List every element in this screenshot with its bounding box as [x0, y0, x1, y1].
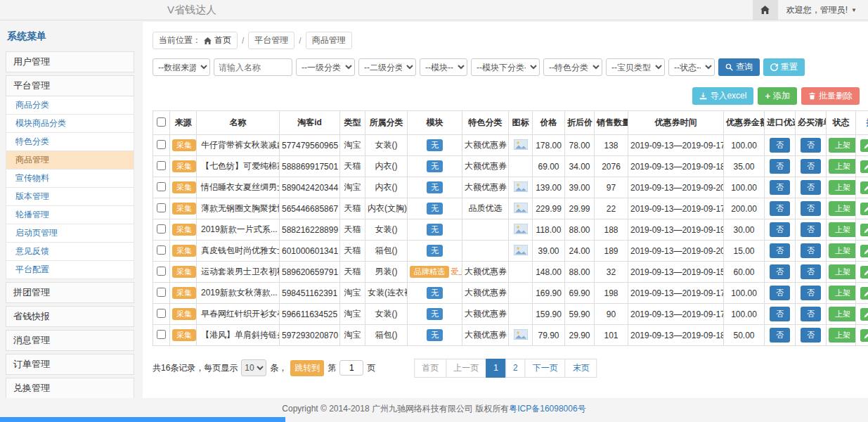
- add-button[interactable]: + 添加: [758, 87, 797, 105]
- sidebar-item-兑换管理[interactable]: 兑换管理: [6, 378, 134, 398]
- status-button[interactable]: 上架: [829, 307, 856, 321]
- home-button[interactable]: [753, 0, 778, 20]
- coupon-time: 2019-09-13—2019-09-20: [628, 241, 724, 262]
- sidebar-item-订单管理[interactable]: 订单管理: [6, 354, 134, 375]
- status-button[interactable]: 上架: [829, 180, 856, 195]
- select-all-checkbox[interactable]: [157, 117, 166, 127]
- must-buy-toggle[interactable]: 否: [801, 201, 821, 216]
- reset-button[interactable]: 重置: [763, 58, 805, 76]
- page-button-1[interactable]: 1: [486, 359, 506, 378]
- import-select-toggle[interactable]: 否: [770, 222, 790, 237]
- sidebar-item-启动页管理[interactable]: 启动页管理: [6, 224, 134, 243]
- edit-button[interactable]: [860, 224, 868, 236]
- row-checkbox[interactable]: [157, 267, 166, 276]
- import-select-toggle[interactable]: 否: [770, 307, 790, 321]
- breadcrumb-current[interactable]: 商品管理: [306, 32, 352, 49]
- must-buy-toggle[interactable]: 否: [801, 264, 821, 279]
- row-checkbox[interactable]: [157, 140, 166, 149]
- row-checkbox[interactable]: [157, 224, 166, 234]
- filter-select-0[interactable]: --数据来源--: [153, 58, 210, 76]
- edit-button[interactable]: [860, 266, 868, 279]
- breadcrumb-home[interactable]: 当前位置： 首页: [153, 32, 238, 49]
- jump-to-link[interactable]: 跳转到: [290, 360, 324, 376]
- sidebar-item-宣传物料[interactable]: 宣传物料: [6, 170, 134, 188]
- sidebar-item-省钱快报[interactable]: 省钱快报: [6, 306, 134, 327]
- import-select-toggle[interactable]: 否: [770, 264, 790, 279]
- edit-button[interactable]: [860, 181, 868, 194]
- page-button-首页[interactable]: 首页: [414, 359, 446, 378]
- sidebar-item-商品分类[interactable]: 商品分类: [6, 96, 134, 115]
- import-select-toggle[interactable]: 否: [770, 286, 790, 300]
- import-select-toggle[interactable]: 否: [770, 328, 790, 343]
- filter-select-8[interactable]: --状态--: [668, 58, 715, 76]
- must-buy-toggle[interactable]: 否: [801, 286, 821, 300]
- edit-button[interactable]: [860, 308, 868, 321]
- sidebar-item-平台管理[interactable]: 平台管理: [6, 75, 134, 96]
- horizontal-scrollbar-thumb[interactable]: [0, 417, 285, 422]
- import-select-toggle[interactable]: 否: [770, 138, 790, 153]
- row-checkbox[interactable]: [157, 245, 166, 255]
- filter-select-7[interactable]: --宝贝类型--: [606, 58, 665, 76]
- must-buy-toggle[interactable]: 否: [801, 243, 821, 258]
- sidebar-item-模块商品分类[interactable]: 模块商品分类: [6, 115, 134, 133]
- filter-select-6[interactable]: --特色分类--: [543, 58, 602, 76]
- filter-select-5[interactable]: --模块下分类--: [471, 58, 540, 76]
- status-button[interactable]: 上架: [829, 286, 856, 300]
- must-buy-toggle[interactable]: 否: [801, 138, 821, 153]
- must-buy-toggle[interactable]: 否: [801, 307, 821, 321]
- sidebar-item-意见反馈[interactable]: 意见反馈: [6, 243, 134, 261]
- per-page-select[interactable]: 10: [241, 359, 266, 376]
- row-checkbox[interactable]: [157, 182, 166, 191]
- row-checkbox[interactable]: [157, 309, 166, 318]
- pagination: 首页上一页12下一页末页: [415, 359, 597, 378]
- filter-select-4[interactable]: --模块--: [420, 58, 467, 76]
- row-checkbox[interactable]: [157, 288, 166, 297]
- breadcrumb-platform[interactable]: 平台管理: [248, 32, 294, 49]
- sidebar-item-特色分类[interactable]: 特色分类: [6, 133, 134, 151]
- sidebar-item-平台配置[interactable]: 平台配置: [6, 261, 134, 279]
- status-button[interactable]: 上架: [829, 222, 856, 237]
- edit-button[interactable]: [860, 139, 868, 152]
- edit-button[interactable]: [860, 329, 868, 342]
- user-menu[interactable]: 欢迎您，管理员! ▼: [778, 4, 868, 16]
- status-button[interactable]: 上架: [829, 201, 856, 216]
- import-select-toggle[interactable]: 否: [770, 180, 790, 195]
- filter-select-2[interactable]: --一级分类--: [296, 58, 355, 76]
- import-select-toggle[interactable]: 否: [770, 159, 790, 174]
- import-excel-button[interactable]: 导入excel: [692, 87, 753, 105]
- edit-button[interactable]: [860, 160, 868, 173]
- page-button-末页[interactable]: 末页: [565, 359, 597, 378]
- page-button-上一页[interactable]: 上一页: [446, 359, 486, 378]
- must-buy-toggle[interactable]: 否: [801, 222, 821, 237]
- edit-button[interactable]: [860, 245, 868, 257]
- status-button[interactable]: 上架: [829, 264, 856, 279]
- sidebar-item-商品管理[interactable]: 商品管理: [6, 151, 134, 170]
- sidebar-item-拼团管理[interactable]: 拼团管理: [6, 282, 134, 303]
- row-checkbox[interactable]: [157, 161, 166, 170]
- status-button[interactable]: 上架: [829, 159, 856, 174]
- name-search-input[interactable]: [214, 58, 292, 76]
- edit-button[interactable]: [860, 287, 868, 300]
- sidebar-item-消息管理[interactable]: 消息管理: [6, 330, 134, 351]
- page-button-2[interactable]: 2: [505, 359, 526, 378]
- search-button[interactable]: 查询: [718, 58, 760, 76]
- status-button[interactable]: 上架: [829, 243, 856, 258]
- bulk-delete-button[interactable]: 批量删除: [801, 87, 860, 105]
- row-checkbox[interactable]: [157, 203, 166, 212]
- filter-select-3[interactable]: --二级分类--: [358, 58, 416, 76]
- status-button[interactable]: 上架: [829, 138, 856, 153]
- sidebar-item-轮播管理[interactable]: 轮播管理: [6, 206, 134, 224]
- row-checkbox[interactable]: [157, 330, 166, 339]
- page-button-下一页[interactable]: 下一页: [525, 359, 566, 378]
- must-buy-toggle[interactable]: 否: [801, 328, 821, 343]
- import-select-toggle[interactable]: 否: [770, 201, 790, 216]
- page-number-input[interactable]: [339, 360, 363, 376]
- must-buy-toggle[interactable]: 否: [801, 159, 821, 174]
- must-buy-toggle[interactable]: 否: [801, 180, 821, 195]
- import-select-toggle[interactable]: 否: [770, 243, 790, 258]
- edit-button[interactable]: [860, 203, 868, 215]
- status-button[interactable]: 上架: [829, 328, 856, 343]
- sidebar-item-版本管理[interactable]: 版本管理: [6, 188, 134, 206]
- sidebar-item-用户管理[interactable]: 用户管理: [6, 51, 134, 72]
- icp-link[interactable]: 粤ICP备16098006号: [509, 404, 585, 414]
